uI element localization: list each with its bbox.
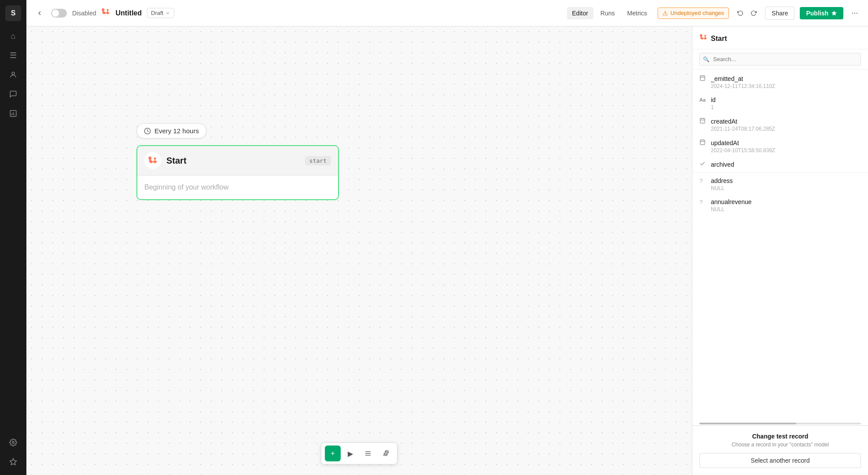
undo-redo-group — [734, 7, 760, 19]
tab-editor[interactable]: Editor — [567, 7, 594, 19]
change-test-record-label: Change test record — [699, 433, 861, 440]
field-created-at[interactable]: createdAt 2021-11-24T08:17:06.285Z — [692, 114, 868, 135]
annualrevenue-name: annualrevenue — [711, 198, 752, 205]
id-name: id — [711, 96, 716, 103]
hubspot-icon — [101, 7, 110, 18]
field-id[interactable]: Aa id 1 — [692, 93, 868, 114]
node-title: Start — [166, 156, 187, 166]
node-icon — [144, 152, 161, 169]
back-button[interactable] — [33, 7, 46, 19]
change-test-record-desc: Choose a record in your "contacts" model — [699, 442, 861, 448]
list-button[interactable] — [360, 446, 376, 461]
search-icon: 🔍 — [703, 56, 710, 62]
field-address[interactable]: ? address NULL — [692, 174, 868, 195]
address-name: address — [711, 177, 733, 184]
updated-at-name: updatedAt — [711, 139, 739, 146]
svg-point-5 — [12, 442, 15, 444]
emitted-at-name: _emitted_at — [711, 75, 743, 82]
sidebar-item-data[interactable]: ☰ — [5, 48, 21, 63]
right-panel: Start 🔍 _emitted_at 2024-12 — [692, 26, 868, 475]
svg-marker-6 — [10, 459, 17, 465]
search-input[interactable] — [699, 53, 861, 66]
emitted-at-value: 2024-12-11T12:34:16.110Z — [711, 83, 861, 89]
created-at-name: createdAt — [711, 118, 737, 125]
rp-hubspot-icon — [699, 33, 707, 44]
node-body: Beginning of your workflow — [137, 175, 338, 199]
annualrevenue-value: NULL — [711, 206, 861, 212]
main-container: Disabled Untitled Draft Editor Runs Metr… — [26, 0, 868, 475]
sidebar-item-contacts[interactable] — [5, 67, 21, 83]
svg-rect-19 — [700, 140, 705, 145]
address-value: NULL — [711, 185, 861, 191]
created-at-value: 2021-11-24T08:17:06.285Z — [711, 126, 861, 132]
header: Disabled Untitled Draft Editor Runs Metr… — [26, 0, 868, 26]
field-annualrevenue[interactable]: ? annualrevenue NULL — [692, 195, 868, 216]
rp-field-list: _emitted_at 2024-12-11T12:34:16.110Z Aa … — [692, 69, 868, 423]
canvas-area[interactable]: Every 12 hours Start start Beginning of … — [26, 26, 692, 475]
rp-bottom: Change test record Choose a record in yo… — [692, 425, 868, 475]
field-emitted-at[interactable]: _emitted_at 2024-12-11T12:34:16.110Z — [692, 71, 868, 93]
undeployed-badge: ⚠ Undeployed changes — [658, 7, 729, 19]
annualrevenue-icon: ? — [699, 199, 707, 205]
rp-title: Start — [711, 35, 727, 43]
publish-button[interactable]: Publish — [800, 7, 843, 19]
play-button[interactable]: ▶ — [342, 446, 358, 461]
field-updated-at[interactable]: updatedAt 2022-04-10T15:58:50.839Z — [692, 135, 868, 157]
tab-metrics[interactable]: Metrics — [622, 7, 652, 19]
tab-group: Editor Runs Metrics — [567, 7, 652, 19]
more-options-button[interactable]: ··· — [849, 7, 861, 19]
node-tag: start — [305, 156, 331, 165]
emitted-at-icon — [699, 75, 707, 82]
svg-rect-15 — [700, 118, 705, 123]
id-value: 1 — [711, 104, 861, 110]
app-logo[interactable]: S — [5, 5, 21, 21]
sidebar-left: S ⌂ ☰ — [0, 0, 26, 475]
schedule-label: Every 12 hours — [154, 127, 199, 135]
updated-at-value: 2022-04-10T15:58:50.839Z — [711, 147, 861, 153]
archived-name: archived — [711, 161, 734, 168]
disabled-label: Disabled — [72, 10, 96, 17]
updated-at-icon — [699, 139, 707, 146]
tab-runs[interactable]: Runs — [595, 7, 620, 19]
sidebar-item-chat[interactable] — [5, 86, 21, 102]
node-header-left: Start — [144, 152, 187, 169]
sidebar-item-settings[interactable] — [5, 435, 21, 450]
enabled-toggle[interactable] — [51, 9, 67, 18]
id-icon: Aa — [699, 97, 707, 102]
right-panel-header: Start — [692, 26, 868, 49]
add-node-button[interactable]: + — [325, 446, 341, 461]
svg-rect-11 — [700, 76, 705, 80]
created-at-icon — [699, 117, 707, 125]
workflow-title[interactable]: Untitled — [115, 9, 142, 17]
share-button[interactable]: Share — [765, 7, 794, 20]
svg-point-0 — [12, 72, 15, 75]
archived-icon — [699, 161, 707, 168]
rp-search-area: 🔍 — [692, 49, 868, 69]
bottom-toolbar: + ▶ — [321, 442, 397, 464]
sidebar-item-reports[interactable] — [5, 106, 21, 121]
redo-button[interactable] — [747, 7, 760, 19]
sidebar-item-home[interactable]: ⌂ — [5, 28, 21, 44]
draft-dropdown[interactable]: Draft — [147, 8, 174, 18]
undo-button[interactable] — [734, 7, 747, 19]
schedule-badge[interactable]: Every 12 hours — [136, 123, 206, 139]
node-header: Start start — [137, 146, 338, 175]
field-archived[interactable]: archived — [692, 157, 868, 172]
select-another-record-button[interactable]: Select another record — [699, 453, 861, 468]
flag-button[interactable] — [378, 446, 394, 461]
workflow-node[interactable]: Start start Beginning of your workflow — [136, 145, 339, 200]
address-icon: ? — [699, 178, 707, 184]
sidebar-item-extensions[interactable] — [5, 454, 21, 470]
